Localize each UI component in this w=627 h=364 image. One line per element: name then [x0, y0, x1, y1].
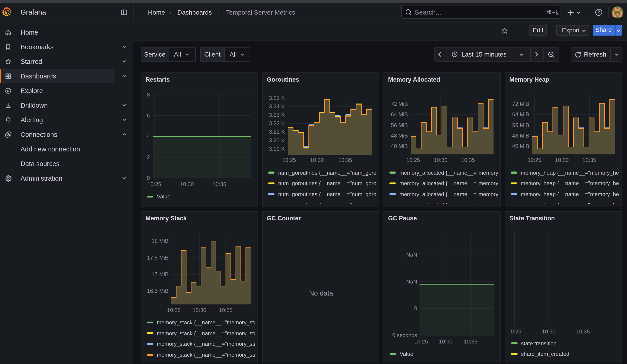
- svg-text:10:35: 10:35: [576, 328, 590, 334]
- svg-text:40 MiB: 40 MiB: [512, 143, 529, 149]
- svg-text:64 MiB: 64 MiB: [391, 111, 408, 117]
- svg-text:56 MiB: 56 MiB: [512, 122, 529, 128]
- svg-text:4: 4: [147, 133, 150, 139]
- svg-text:56 MiB: 56 MiB: [391, 122, 408, 128]
- svg-text:3.23 K: 3.23 K: [269, 112, 285, 118]
- svg-text:10:30: 10:30: [192, 307, 206, 313]
- svg-text:10:35: 10:35: [461, 157, 475, 163]
- svg-text:48 MiB: 48 MiB: [512, 133, 529, 139]
- svg-text:6: 6: [147, 112, 150, 119]
- svg-text:18 MiB: 18 MiB: [151, 238, 168, 244]
- svg-text:10:25: 10:25: [147, 181, 161, 187]
- svg-text:10:35: 10:35: [338, 157, 352, 163]
- svg-text:10:30: 10:30: [542, 328, 555, 334]
- svg-text:10:35: 10:35: [212, 181, 226, 187]
- svg-text:3.21 K: 3.21 K: [269, 129, 285, 135]
- svg-text:3.24 K: 3.24 K: [269, 103, 285, 109]
- svg-text:0: 0: [147, 175, 150, 181]
- svg-text:10:30: 10:30: [180, 181, 194, 187]
- svg-text:16.5 MiB: 16.5 MiB: [147, 288, 168, 294]
- svg-text:3.19 K: 3.19 K: [269, 146, 285, 152]
- svg-text:48 MiB: 48 MiB: [391, 133, 408, 139]
- svg-text:10:35: 10:35: [582, 157, 596, 163]
- svg-text:72 MiB: 72 MiB: [512, 101, 529, 107]
- svg-text:10:30: 10:30: [555, 157, 568, 163]
- svg-text:10:30: 10:30: [439, 338, 452, 344]
- svg-text:3.20 K: 3.20 K: [269, 137, 285, 144]
- svg-text:10:25: 10:25: [167, 307, 180, 313]
- svg-text:10:25: 10:25: [527, 157, 541, 163]
- svg-text:10:25: 10:25: [508, 328, 521, 334]
- svg-text:64 MiB: 64 MiB: [512, 111, 529, 117]
- svg-text:0 seconds: 0 seconds: [392, 332, 417, 338]
- svg-text:10:35: 10:35: [464, 338, 477, 344]
- svg-text:8: 8: [147, 92, 150, 98]
- svg-text:72 MiB: 72 MiB: [391, 101, 408, 107]
- svg-text:10:30: 10:30: [433, 157, 447, 163]
- svg-text:3.22 K: 3.22 K: [269, 120, 285, 126]
- svg-text:0: 0: [414, 305, 417, 311]
- svg-text:17.5 MiB: 17.5 MiB: [147, 254, 168, 260]
- svg-text:10:30: 10:30: [310, 157, 323, 163]
- svg-text:10:25: 10:25: [414, 338, 428, 344]
- svg-text:2: 2: [147, 154, 150, 160]
- svg-text:3.25 K: 3.25 K: [269, 95, 285, 101]
- svg-text:NaN: NaN: [406, 278, 417, 284]
- svg-text:10:25: 10:25: [406, 157, 420, 163]
- svg-text:40 MiB: 40 MiB: [391, 143, 408, 149]
- svg-text:10:25: 10:25: [282, 157, 296, 163]
- svg-text:NaN: NaN: [406, 251, 417, 258]
- svg-text:10:35: 10:35: [219, 307, 232, 313]
- svg-text:17 MiB: 17 MiB: [151, 271, 168, 277]
